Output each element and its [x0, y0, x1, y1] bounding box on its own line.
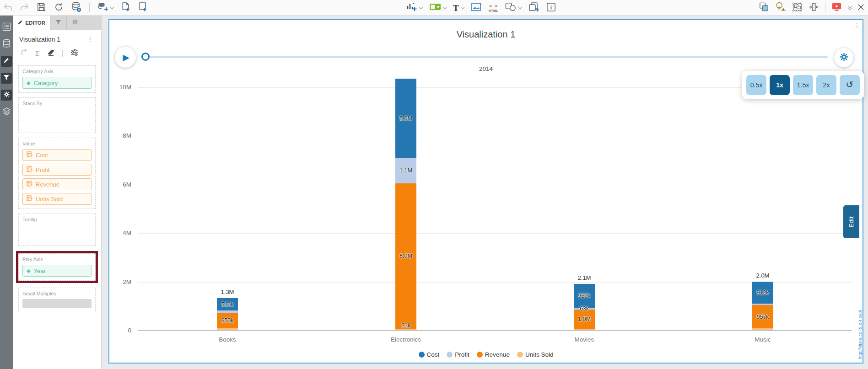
play-axis-section[interactable]: Play Axis ◆ Year: [18, 253, 96, 281]
play-axis-slider-handle[interactable]: [141, 53, 150, 61]
rail-item-layers[interactable]: [1, 107, 12, 118]
aggregation-sigma-icon[interactable]: Σ: [35, 49, 39, 57]
redo-button[interactable]: [20, 0, 29, 16]
legend-item-revenue[interactable]: Revenue: [477, 351, 510, 358]
field-pill-units-sold[interactable]: Units Sold: [22, 193, 92, 205]
tab-editor[interactable]: EDITOR: [13, 16, 50, 30]
bar-segment-profit[interactable]: 63k: [574, 308, 595, 310]
rail-item-editor[interactable]: [1, 56, 12, 67]
bar-segment-revenue[interactable]: 957k: [752, 305, 773, 328]
toolbar-separator: [825, 3, 825, 12]
field-pill-label: Year: [33, 267, 45, 274]
close-button[interactable]: [857, 0, 864, 16]
bar-books[interactable]: 650k510k1.3M: [217, 298, 238, 330]
duplicate-panel-button[interactable]: [528, 0, 539, 16]
bar-segment-units-sold[interactable]: [752, 328, 773, 330]
legend-item-units-sold[interactable]: Units Sold: [517, 351, 554, 358]
bar-segment-revenue[interactable]: 650k: [217, 313, 238, 328]
play-axis-slider-track[interactable]: [150, 56, 828, 58]
reset-button[interactable]: ↺: [840, 75, 860, 95]
eraser-icon[interactable]: [47, 49, 55, 58]
legend-label: Revenue: [485, 351, 510, 358]
legend-item-cost[interactable]: Cost: [419, 351, 440, 358]
rail-item-datasets[interactable]: [1, 39, 12, 50]
info-panel-button[interactable]: [546, 0, 556, 16]
speed-button-1.5x[interactable]: 1.5x: [793, 75, 813, 95]
rail-item-settings[interactable]: [1, 90, 12, 101]
bar-segment-revenue[interactable]: 6.0M: [395, 183, 416, 329]
bar-segment-profit[interactable]: [217, 310, 238, 313]
add-image-button[interactable]: [471, 0, 482, 16]
speed-button-0.5x[interactable]: 0.5x: [746, 75, 766, 95]
play-button[interactable]: ▶: [115, 47, 136, 68]
tab-settings[interactable]: [67, 16, 83, 30]
add-shape-button[interactable]: [505, 0, 522, 16]
segment-value-label: 912k: [756, 290, 769, 295]
bar-segment-cost[interactable]: 950k: [574, 284, 595, 308]
segment-value-label: 21k: [401, 323, 410, 328]
bar-segment-profit[interactable]: [752, 304, 773, 305]
add-document-button[interactable]: [138, 0, 147, 16]
field-pill-revenue[interactable]: Revenue: [22, 178, 92, 190]
small-multiples-label: Small Multiples: [22, 291, 92, 296]
bar-segment-cost[interactable]: 912k: [752, 282, 773, 304]
add-dataset-button[interactable]: [97, 0, 113, 16]
refresh-button[interactable]: [54, 0, 64, 16]
bar-segment-cost[interactable]: 5.0M: [395, 79, 416, 158]
bar-segment-profit[interactable]: 1.1M: [395, 158, 416, 183]
tooltip-section[interactable]: Tooltip: [18, 214, 96, 246]
playback-settings-button[interactable]: [834, 48, 853, 67]
add-text-button[interactable]: T: [453, 0, 464, 16]
pivot-arrow-icon[interactable]: [20, 48, 28, 58]
collapse-toolbar-button[interactable]: [848, 0, 852, 16]
panel-kebab-icon[interactable]: ⋮: [854, 21, 860, 29]
field-pill-year[interactable]: ◆ Year: [22, 265, 92, 277]
bar-segment-units-sold[interactable]: [574, 329, 595, 330]
category-axis-section[interactable]: Category Axis ◆ Category: [18, 65, 96, 93]
gear-icon: [72, 19, 78, 27]
bar-electronics[interactable]: 21k6.0M1.1M5.0M: [395, 79, 416, 330]
rail-item-contents[interactable]: [1, 22, 12, 33]
copy-style-button[interactable]: [759, 0, 769, 16]
legend-item-profit[interactable]: Profit: [447, 351, 469, 358]
save-icon: [37, 2, 46, 14]
undo-button[interactable]: [4, 0, 12, 16]
bar-segment-revenue[interactable]: 1.0M: [574, 310, 595, 329]
add-visualization-button[interactable]: [406, 0, 422, 16]
speed-button-1x[interactable]: 1x: [770, 75, 790, 95]
html-icon: < >HTML: [489, 4, 498, 12]
field-pill-category[interactable]: ◆ Category: [22, 77, 92, 89]
value-section[interactable]: Value CostProfitRevenueUnits Sold: [18, 138, 96, 209]
field-pill-profit[interactable]: Profit: [22, 164, 92, 176]
add-filter-control-button[interactable]: [429, 0, 446, 16]
y-axis-tick: 2M: [123, 278, 131, 285]
stack-by-section[interactable]: Stack By: [18, 97, 96, 133]
kebab-menu-icon[interactable]: ⋮: [86, 36, 95, 43]
group-objects-button[interactable]: [792, 0, 803, 16]
add-html-button[interactable]: < >HTML: [489, 0, 498, 16]
save-button[interactable]: [37, 0, 46, 16]
redo-icon: [20, 3, 29, 13]
bar-segment-units-sold[interactable]: 21k: [395, 329, 416, 330]
bar-segment-units-sold[interactable]: [217, 328, 238, 330]
presentation-button[interactable]: [831, 0, 842, 16]
visualization-panel: ⋮ Visualization 1 ▶ 0.5x1x1.5x2x ↺ 2014 …: [108, 19, 863, 364]
filter-control-icon: [429, 3, 441, 13]
y-axis-tick: 8M: [123, 132, 131, 139]
bar-segment-cost[interactable]: 510k: [217, 298, 238, 310]
insights-button[interactable]: [775, 0, 786, 16]
add-page-button[interactable]: [121, 0, 130, 16]
bar-movies[interactable]: 1.0M63k950k2.1M: [574, 284, 595, 330]
toolbar-middle-group: T < >HTML: [406, 0, 556, 16]
edit-button[interactable]: Edit: [843, 205, 859, 238]
small-multiples-section[interactable]: Small Multiples: [18, 288, 96, 312]
pause-datasource-button[interactable]: [71, 0, 81, 16]
tab-filter[interactable]: [50, 16, 67, 30]
playback-speed-popup: 0.5x1x1.5x2x ↺: [742, 71, 864, 99]
speed-button-2x[interactable]: 2x: [816, 75, 836, 95]
settings-sliders-icon[interactable]: [70, 48, 79, 58]
bar-music[interactable]: 957k912k2.0M: [752, 282, 773, 330]
fit-width-button[interactable]: [809, 0, 819, 16]
rail-item-filters[interactable]: [1, 73, 12, 84]
field-pill-cost[interactable]: Cost: [22, 149, 92, 161]
